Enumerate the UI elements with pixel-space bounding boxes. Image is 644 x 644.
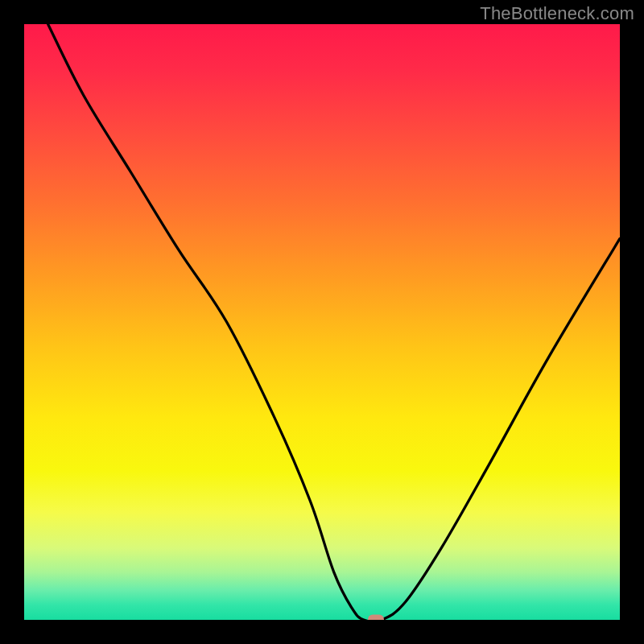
chart-plot-area (24, 24, 620, 620)
optimum-marker (368, 615, 384, 621)
curve-path (48, 24, 620, 620)
bottleneck-curve (24, 24, 620, 620)
watermark-text: TheBottleneck.com (480, 3, 634, 24)
